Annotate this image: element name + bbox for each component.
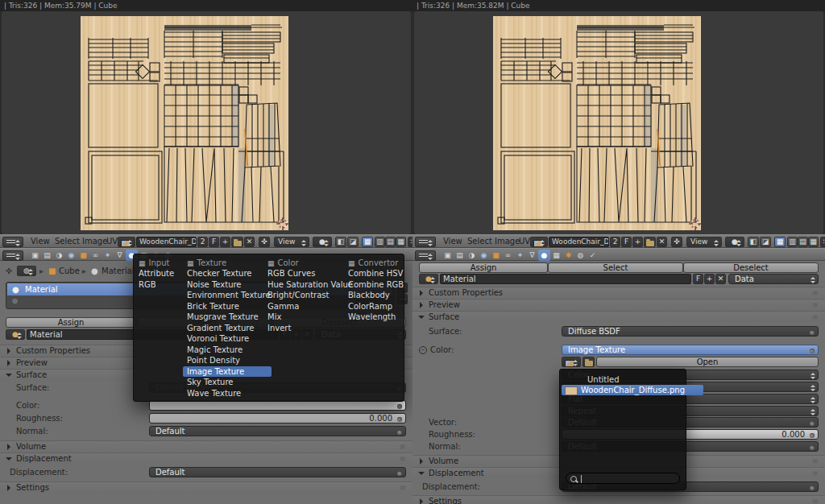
menu-item-checker-texture[interactable]: Checker Texture <box>187 268 267 279</box>
select-mode-button[interactable]: ◪ <box>760 237 771 247</box>
panel-volume[interactable]: Volume <box>0 440 412 452</box>
open-image-button[interactable] <box>582 357 595 367</box>
popup-item-untitled[interactable]: Untitled <box>562 374 710 385</box>
vertex-select-button[interactable]: ▥ <box>787 237 798 247</box>
menu-item-hue-saturation[interactable]: Hue Saturation Value <box>267 279 348 291</box>
tab-constraints[interactable]: ∞ <box>89 250 102 261</box>
menu-item-brick-texture[interactable]: Brick Texture <box>187 301 267 312</box>
socket-unlink-icon[interactable]: – <box>419 346 427 354</box>
pin-button[interactable]: ✜ <box>259 237 270 247</box>
menu-item-gamma[interactable]: Gamma <box>267 301 348 312</box>
deselect-button[interactable]: Deselect <box>683 262 819 273</box>
new-image-button[interactable]: + <box>632 237 643 247</box>
menu-item-magic-texture[interactable]: Magic Texture <box>187 345 267 356</box>
tab-particles[interactable]: ✱ <box>562 250 574 261</box>
open-image-button[interactable] <box>644 237 656 247</box>
uv-sync-toggle[interactable]: ▦ <box>362 237 373 247</box>
tab-object[interactable]: ■ <box>77 250 89 261</box>
tab-modifiers[interactable]: ✦ <box>102 250 114 261</box>
open-image-button[interactable] <box>231 237 243 247</box>
menu-item-mix[interactable]: Mix <box>267 312 348 323</box>
surface-shader-dropdown[interactable]: Diffuse BSDF <box>562 326 819 337</box>
fake-user-button[interactable]: F <box>693 274 703 284</box>
tab-world[interactable]: ◉ <box>65 250 77 261</box>
image-browse-button[interactable] <box>530 237 548 247</box>
editor-type-button[interactable] <box>415 250 436 261</box>
sticky-select-button[interactable]: ∷ <box>820 237 825 247</box>
menu-item-point-density[interactable]: Point Density <box>187 355 267 366</box>
menu-item-noise-texture[interactable]: Noise Texture <box>187 279 267 291</box>
users-count-button[interactable]: 2 <box>197 237 208 247</box>
panel-custom-properties[interactable]: Custom Properties <box>412 287 825 298</box>
add-material-button[interactable]: + <box>704 274 715 284</box>
menu-select[interactable]: Select <box>467 237 492 246</box>
menu-item-wave-texture[interactable]: Wave Texture <box>187 388 267 399</box>
open-button[interactable]: Open <box>596 357 819 367</box>
pivot-dropdown[interactable]: ● <box>725 237 744 247</box>
menu-item-rgb-curves[interactable]: RGB Curves <box>267 268 348 279</box>
snap-button[interactable]: ◧ <box>335 237 346 247</box>
context-browse-button[interactable]: ◍ <box>17 266 36 276</box>
color-texture-dropdown[interactable]: Image Texture <box>562 345 819 355</box>
tab-material[interactable]: ● <box>538 250 550 261</box>
tab-constraints[interactable]: ∞ <box>502 250 514 261</box>
tab-scene[interactable]: ◑ <box>53 250 65 261</box>
menu-item-environment-texture[interactable]: Environment Texture <box>187 290 267 301</box>
tab-extra[interactable]: ✓ <box>587 250 599 261</box>
editor-type-button[interactable] <box>2 237 23 247</box>
menu-image[interactable]: Image <box>495 237 520 246</box>
menu-select[interactable]: Select <box>55 237 80 246</box>
uv-image-viewport-left[interactable] <box>2 11 411 234</box>
pin-button[interactable]: ✜ <box>671 237 682 247</box>
menu-item-sky-texture[interactable]: Sky Texture <box>187 377 267 388</box>
material-browse-button[interactable]: ● <box>419 274 438 284</box>
pivot-dropdown[interactable]: ● <box>313 237 332 247</box>
material-name-field[interactable]: Material <box>440 274 691 284</box>
new-image-button[interactable]: + <box>220 237 230 247</box>
data-source-dropdown[interactable]: Data <box>728 274 819 284</box>
menu-item-image-texture[interactable]: Image Texture <box>183 366 272 378</box>
menu-item-voronoi-texture[interactable]: Voronoi Texture <box>187 333 267 345</box>
displacement-dropdown[interactable]: Default <box>149 467 406 477</box>
face-select-button[interactable]: ▦ <box>396 237 406 247</box>
fake-user-button[interactable]: F <box>621 237 632 247</box>
material-browse-button[interactable]: ● <box>6 329 25 340</box>
pin-icon[interactable]: ✜ <box>6 266 12 275</box>
uv-image-viewport-right[interactable] <box>414 11 823 234</box>
menu-item-invert[interactable]: Invert <box>267 323 348 334</box>
tab-texture[interactable]: ▦ <box>550 250 562 261</box>
fake-user-button[interactable]: F <box>209 237 219 247</box>
image-name-field[interactable]: WoodenChair_Diffus.. <box>136 237 197 247</box>
menu-item-colorramp[interactable]: ColorRamp <box>348 301 411 312</box>
menu-item-gradient-texture[interactable]: Gradient Texture <box>187 323 267 334</box>
menu-view[interactable]: View <box>443 237 462 246</box>
tab-object[interactable]: ■ <box>490 250 502 261</box>
tab-render-layers[interactable]: ▤ <box>41 250 53 261</box>
face-select-button[interactable]: ▦ <box>808 237 819 247</box>
popup-search-input[interactable] <box>566 473 680 484</box>
tab-modifiers[interactable]: ✦ <box>514 250 526 261</box>
menu-image[interactable]: Image <box>82 237 107 246</box>
menu-item-blackbody[interactable]: Blackbody <box>348 290 411 301</box>
menu-item-wavelength[interactable]: Wavelength <box>348 312 411 323</box>
snap-button[interactable]: ◧ <box>748 237 759 247</box>
editor-type-button[interactable] <box>2 250 23 261</box>
tab-scene[interactable]: ◑ <box>466 250 478 261</box>
tab-object-data[interactable]: ∇ <box>526 250 538 261</box>
select-mode-button[interactable]: ◪ <box>347 237 359 247</box>
users-count-button[interactable]: 2 <box>610 237 620 247</box>
assign-button[interactable]: Assign <box>419 262 548 273</box>
menu-item-musgrave-texture[interactable]: Musgrave Texture <box>187 312 267 323</box>
normal-dropdown[interactable]: Default <box>149 426 406 436</box>
image-browse-button[interactable] <box>562 357 581 367</box>
menu-item-bright-contrast[interactable]: Bright/Contrast <box>267 290 348 301</box>
select-button[interactable]: Select <box>548 262 683 273</box>
uv-sync-toggle[interactable]: ▦ <box>774 237 786 247</box>
menu-item-combine-hsv[interactable]: Combine HSV <box>348 268 411 279</box>
tab-render[interactable]: ▣ <box>29 250 41 261</box>
display-mode-dropdown[interactable]: View <box>274 237 309 247</box>
edge-select-button[interactable]: ▤ <box>385 237 396 247</box>
menu-item-attribute[interactable]: Attribute <box>139 268 185 279</box>
panel-surface[interactable]: Surface <box>412 311 825 322</box>
display-mode-dropdown[interactable]: View <box>686 237 722 247</box>
